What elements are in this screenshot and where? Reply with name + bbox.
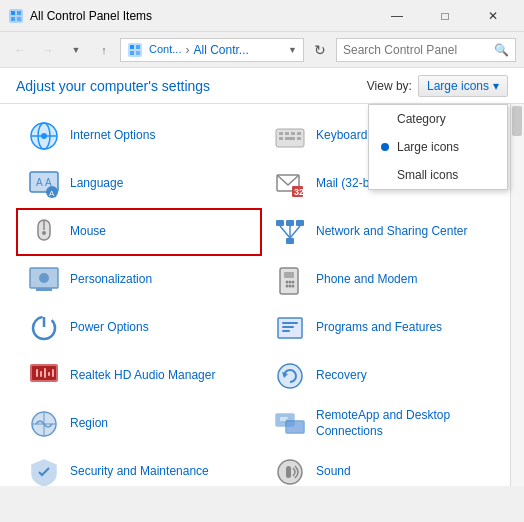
svg-rect-17: [285, 132, 289, 135]
cp-item-programs-features[interactable]: Programs and Features: [262, 304, 508, 352]
radio-empty-small-icons: [381, 171, 389, 179]
svg-rect-7: [136, 45, 140, 49]
svg-rect-80: [286, 466, 291, 478]
svg-rect-66: [52, 369, 54, 377]
title-bar: All Control Panel Items — □ ✕: [0, 0, 524, 32]
cp-item-mouse[interactable]: Mouse: [16, 208, 262, 256]
svg-rect-1: [11, 11, 15, 15]
svg-rect-16: [279, 132, 283, 135]
security-label: Security and Maintenance: [70, 464, 209, 480]
back-button[interactable]: ←: [8, 38, 32, 62]
cp-item-realtek[interactable]: Realtek HD Audio Manager: [16, 352, 262, 400]
cp-item-recovery[interactable]: Recovery: [262, 352, 508, 400]
title-bar-buttons: — □ ✕: [374, 2, 516, 30]
svg-text:A: A: [36, 177, 43, 188]
security-icon: [26, 454, 62, 486]
svg-rect-65: [48, 372, 50, 376]
cp-item-internet-options[interactable]: Internet Options: [16, 112, 262, 160]
minimize-button[interactable]: —: [374, 2, 420, 30]
svg-rect-59: [282, 330, 290, 332]
radio-empty-category: [381, 115, 389, 123]
cp-item-power-options[interactable]: Power Options: [16, 304, 262, 352]
dropdown-item-category[interactable]: Category: [369, 105, 507, 133]
keyboard-icon: [272, 118, 308, 154]
cp-item-remoteapp[interactable]: RemoteApp and Desktop Connections: [262, 400, 508, 448]
cp-item-security[interactable]: Security and Maintenance: [16, 448, 262, 486]
personalization-icon: [26, 262, 62, 298]
dropdown-item-large-icons[interactable]: Large icons: [369, 133, 507, 161]
breadcrumb[interactable]: Cont... › All Contr... ▼: [120, 38, 304, 62]
svg-rect-2: [17, 11, 21, 15]
cp-item-phone-modem[interactable]: Phone and Modem: [262, 256, 508, 304]
svg-point-34: [42, 231, 46, 235]
mouse-icon: [26, 214, 62, 250]
search-button[interactable]: 🔍: [494, 43, 509, 57]
refresh-button[interactable]: ↻: [308, 38, 332, 62]
svg-point-49: [289, 281, 292, 284]
view-by-value: Large icons: [427, 79, 489, 93]
adjust-text: Adjust your computer's settings: [16, 78, 367, 94]
cp-item-region[interactable]: Region: [16, 400, 262, 448]
realtek-icon: [26, 358, 62, 394]
remoteapp-icon: [272, 406, 308, 442]
internet-options-icon: [26, 118, 62, 154]
network-label: Network and Sharing Center: [316, 224, 467, 240]
search-input[interactable]: [343, 43, 494, 57]
svg-rect-3: [11, 17, 15, 21]
language-label: Language: [70, 176, 123, 192]
breadcrumb-sep: ›: [185, 43, 189, 57]
svg-text:32: 32: [294, 187, 304, 197]
svg-point-14: [41, 133, 47, 139]
svg-point-48: [286, 281, 289, 284]
view-by-label: View by:: [367, 79, 412, 93]
power-options-icon: [26, 310, 62, 346]
breadcrumb-part1: Cont...: [127, 42, 181, 58]
sound-icon: [272, 454, 308, 486]
up-button[interactable]: ↑: [92, 38, 116, 62]
programs-features-label: Programs and Features: [316, 320, 442, 336]
region-label: Region: [70, 416, 108, 432]
close-button[interactable]: ✕: [470, 2, 516, 30]
realtek-label: Realtek HD Audio Manager: [70, 368, 215, 384]
dropdown-label-large-icons: Large icons: [397, 140, 459, 154]
region-icon: [26, 406, 62, 442]
svg-rect-62: [36, 369, 38, 377]
svg-point-52: [289, 285, 292, 288]
cp-item-network[interactable]: Network and Sharing Center: [262, 208, 508, 256]
svg-point-51: [286, 285, 289, 288]
mail-icon: 32: [272, 166, 308, 202]
svg-line-39: [280, 226, 290, 238]
radio-dot-large-icons: [381, 143, 389, 151]
svg-rect-37: [296, 220, 304, 226]
scrollbar[interactable]: [510, 104, 524, 486]
svg-point-44: [39, 273, 49, 283]
svg-rect-63: [40, 371, 42, 377]
dropdown-nav-button[interactable]: ▼: [64, 38, 88, 62]
view-by-button[interactable]: Large icons ▾: [418, 75, 508, 97]
title-bar-text: All Control Panel Items: [30, 9, 374, 23]
cp-item-personalization[interactable]: Personalization: [16, 256, 262, 304]
dropdown-item-small-icons[interactable]: Small icons: [369, 161, 507, 189]
svg-point-53: [292, 285, 295, 288]
svg-rect-38: [286, 238, 294, 244]
maximize-button[interactable]: □: [422, 2, 468, 30]
address-bar: ← → ▼ ↑ Cont... › All Contr... ▼ ↻ 🔍: [0, 32, 524, 68]
svg-rect-20: [279, 137, 283, 140]
scroll-thumb[interactable]: [512, 106, 522, 136]
main-content: Adjust your computer's settings View by:…: [0, 68, 524, 486]
forward-button[interactable]: →: [36, 38, 60, 62]
language-icon: A A A: [26, 166, 62, 202]
programs-features-icon: [272, 310, 308, 346]
svg-rect-9: [136, 51, 140, 55]
breadcrumb-dropdown-arrow: ▼: [288, 45, 297, 55]
cp-item-sound[interactable]: Sound: [262, 448, 508, 486]
view-bar: Adjust your computer's settings View by:…: [0, 68, 524, 104]
mouse-label: Mouse: [70, 224, 106, 240]
phone-modem-icon: [272, 262, 308, 298]
cp-item-language[interactable]: A A A Language: [16, 160, 262, 208]
svg-rect-57: [282, 322, 298, 324]
internet-options-label: Internet Options: [70, 128, 155, 144]
svg-text:A: A: [49, 189, 55, 198]
dropdown-arrow-icon: ▾: [493, 79, 499, 93]
keyboard-label: Keyboard: [316, 128, 367, 144]
